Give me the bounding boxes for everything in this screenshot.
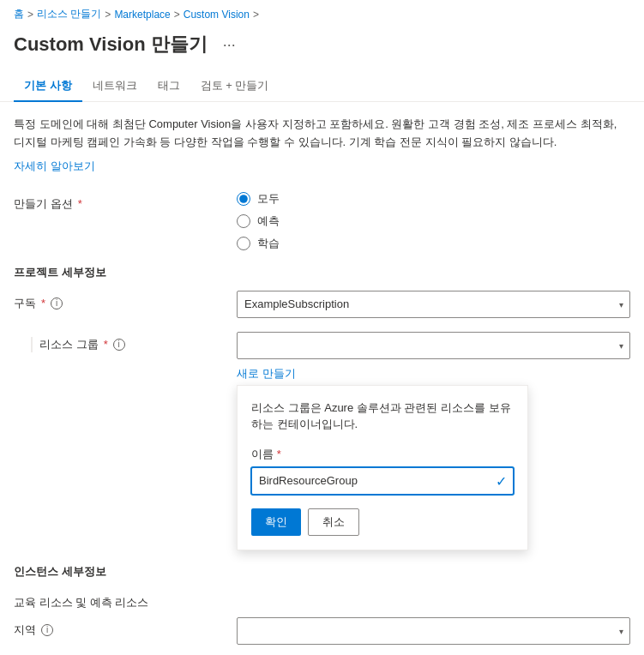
create-option-label: 만들기 옵션 *: [14, 191, 237, 212]
instance-details-header: 인스턴스 세부정보: [14, 564, 630, 580]
resource-group-outer: 리소스 그룹 * i ▾ 새로 만들기: [14, 332, 630, 550]
popup-name-input[interactable]: [251, 467, 514, 495]
project-details-header: 프로젝트 세부정보: [14, 265, 630, 280]
tab-review[interactable]: 검토 + 만들기: [190, 71, 280, 102]
popup-name-text: 이름: [251, 448, 274, 460]
learn-more-link[interactable]: 자세히 알아보기: [14, 159, 95, 174]
popup-spacer: [14, 363, 237, 550]
new-resource-group-link[interactable]: 새로 만들기: [237, 366, 296, 382]
region-text: 지역: [14, 622, 36, 638]
radio-learn-input[interactable]: [237, 237, 250, 250]
resource-group-dropdown-wrapper: ▾: [237, 332, 630, 359]
popup-area: 새로 만들기 리소스 그룹은 Azure 솔루션과 관련된 리소스를 보유하는 …: [14, 363, 630, 550]
popup-cancel-button[interactable]: 취소: [308, 508, 359, 536]
popup-name-label: 이름 *: [251, 447, 514, 462]
breadcrumb-sep4: >: [253, 9, 259, 21]
page-title: Custom Vision 만들기: [14, 32, 208, 57]
region-info-icon[interactable]: i: [41, 624, 53, 636]
resource-group-info-icon[interactable]: i: [113, 339, 125, 351]
region-row: 지역 i ▾: [14, 617, 630, 645]
create-option-control: 모두 예측 학습: [237, 191, 630, 251]
region-label: 지역 i: [14, 617, 237, 638]
training-resource-text: 교육 리소스 및 예측 리소스: [14, 595, 148, 610]
content-area: 특정 도메인에 대해 최첨단 Computer Vision을 사용자 지정하고…: [0, 116, 644, 655]
breadcrumb-sep2: >: [105, 9, 111, 21]
subscription-row: 구독 * i ExampleSubscription ▾: [14, 291, 630, 318]
subscription-text: 구독: [14, 296, 36, 311]
subscription-select[interactable]: ExampleSubscription: [237, 291, 630, 318]
tab-network[interactable]: 네트워크: [82, 71, 147, 102]
radio-learn[interactable]: 학습: [237, 236, 630, 251]
region-control: ▾: [237, 617, 630, 645]
resource-group-control: ▾: [237, 332, 630, 359]
resource-group-popup: 리소스 그룹은 Azure 솔루션과 관련된 리소스를 보유하는 컨테이너입니다…: [237, 385, 528, 550]
resource-group-row: 리소스 그룹 * i ▾: [14, 332, 630, 359]
create-option-required: *: [78, 197, 82, 210]
subscription-control: ExampleSubscription ▾: [237, 291, 630, 318]
breadcrumb-sep1: >: [27, 9, 33, 21]
create-option-radio-group: 모두 예측 학습: [237, 191, 630, 251]
description-text: 특정 도메인에 대해 최첨단 Computer Vision을 사용자 지정하고…: [14, 116, 630, 152]
tabs-bar: 기본 사항 네트워크 태그 검토 + 만들기: [0, 71, 644, 102]
breadcrumb-create[interactable]: 리소스 만들기: [37, 7, 101, 21]
popup-name-required: *: [277, 448, 281, 460]
resource-group-select[interactable]: [237, 332, 630, 359]
tab-basic[interactable]: 기본 사항: [14, 71, 82, 102]
resource-group-text: 리소스 그룹: [39, 337, 99, 352]
subscription-label: 구독 * i: [14, 291, 237, 311]
radio-predict-label: 예측: [257, 213, 280, 229]
breadcrumb-custom-vision[interactable]: Custom Vision: [184, 9, 250, 21]
popup-check-icon: ✓: [496, 472, 507, 489]
popup-description-text: 리소스 그룹은 Azure 솔루션과 관련된 리소스를 보유하는 컨테이너입니다…: [251, 400, 514, 433]
breadcrumb-sep3: >: [174, 9, 180, 21]
resource-group-label: 리소스 그룹 * i: [14, 332, 237, 352]
ellipsis-button[interactable]: ···: [218, 34, 241, 56]
breadcrumb-home[interactable]: 홈: [14, 7, 24, 21]
breadcrumb-marketplace[interactable]: Marketplace: [114, 9, 170, 21]
training-resource-row: 교육 리소스 및 예측 리소스: [14, 590, 630, 610]
popup-confirm-button[interactable]: 확인: [251, 508, 301, 536]
radio-all-label: 모두: [257, 191, 280, 207]
tab-tags[interactable]: 태그: [147, 71, 190, 102]
region-select[interactable]: [237, 617, 630, 645]
create-option-text: 만들기 옵션: [14, 196, 73, 212]
create-option-row: 만들기 옵션 * 모두 예측 학습: [14, 191, 630, 251]
radio-predict-input[interactable]: [237, 214, 250, 228]
popup-input-wrapper: ✓: [251, 467, 514, 495]
resource-group-required: *: [104, 338, 108, 351]
instance-section: 인스턴스 세부정보 교육 리소스 및 예측 리소스 지역 i ▾: [14, 564, 630, 655]
radio-predict[interactable]: 예측: [237, 213, 630, 229]
training-resource-label-cell: 교육 리소스 및 예측 리소스: [14, 590, 237, 610]
radio-learn-label: 학습: [257, 236, 280, 251]
page-title-row: Custom Vision 만들기 ···: [0, 28, 644, 71]
breadcrumb: 홈 > 리소스 만들기 > Marketplace > Custom Visio…: [0, 0, 644, 28]
subscription-dropdown-wrapper: ExampleSubscription ▾: [237, 291, 630, 318]
popup-buttons: 확인 취소: [251, 508, 514, 536]
radio-all[interactable]: 모두: [237, 191, 630, 207]
subscription-required: *: [41, 297, 45, 309]
region-dropdown-wrapper: ▾: [237, 617, 630, 645]
subscription-info-icon[interactable]: i: [51, 297, 63, 309]
radio-all-input[interactable]: [237, 192, 250, 206]
popup-container: 새로 만들기 리소스 그룹은 Azure 솔루션과 관련된 리소스를 보유하는 …: [237, 363, 630, 550]
